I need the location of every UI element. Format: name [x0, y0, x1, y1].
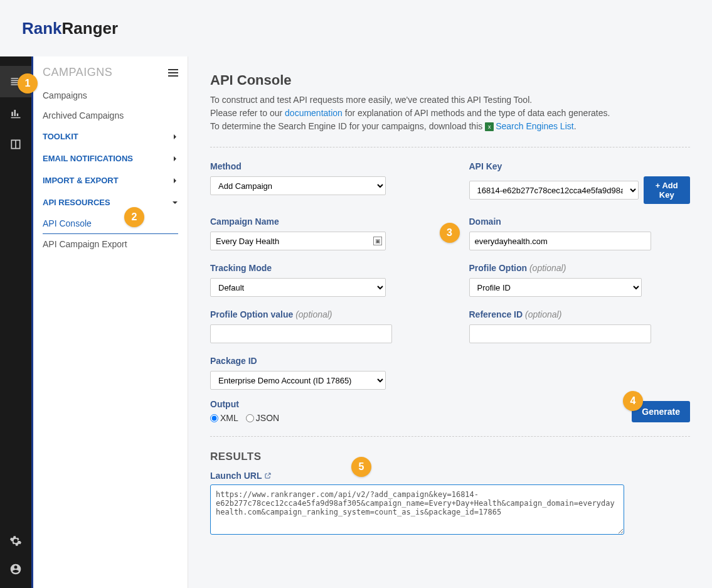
logo-ranger: Ranger	[62, 19, 119, 38]
method-select[interactable]: Add Campaign	[210, 176, 386, 195]
rail-campaigns-icon[interactable]: 1	[0, 66, 31, 97]
method-label: Method	[210, 161, 432, 171]
intro-line-2: Please refer to our documentation for ex…	[210, 107, 690, 120]
reference-id-label: Reference ID (optional)	[469, 309, 691, 319]
sidebar-section-email[interactable]: EMAIL NOTIFICATIONS	[33, 147, 188, 169]
search-engines-link[interactable]: Search Engines List	[496, 121, 574, 131]
sidebar-item-api-console[interactable]: API Console	[43, 213, 178, 234]
domain-input[interactable]	[469, 232, 651, 250]
campaign-name-label: Campaign Name	[210, 216, 432, 227]
sidebar-item-archived[interactable]: Archived Campaigns	[33, 105, 188, 126]
chevron-right-icon	[172, 134, 178, 140]
intro-line-3: To determine the Search Engine ID for yo…	[210, 120, 690, 133]
callout-2: 2	[124, 207, 144, 227]
package-id-select[interactable]: Enterprise Demo Account (ID 17865)	[210, 371, 386, 390]
profile-option-field: Profile Option (optional) Profile ID	[469, 263, 691, 297]
reference-id-input[interactable]	[469, 324, 651, 343]
rail-settings-icon[interactable]	[0, 532, 31, 550]
profile-value-field: Profile Option value (optional)	[210, 309, 432, 343]
profile-option-select[interactable]: Profile ID	[469, 278, 642, 297]
launch-url-label: Launch URL	[210, 471, 690, 481]
apikey-select[interactable]: 16814-e62b277c78cec12cca4e5fa9d98af	[469, 181, 639, 200]
add-key-button[interactable]: + Add Key	[644, 176, 691, 204]
hamburger-icon[interactable]	[168, 69, 178, 77]
method-field: Method Add Campaign	[210, 161, 432, 204]
launch-url-textarea[interactable]	[210, 484, 624, 535]
sidebar-title: CAMPAIGNS	[43, 66, 112, 79]
package-id-label: Package ID	[210, 356, 432, 366]
sidebar: CAMPAIGNS Campaigns Archived Campaigns T…	[31, 56, 188, 588]
page-title: API Console	[210, 72, 690, 88]
icon-rail: 1	[0, 56, 31, 588]
callout-4: 4	[623, 391, 643, 411]
profile-option-label: Profile Option (optional)	[469, 263, 691, 273]
divider-2	[210, 436, 690, 437]
rail-user-icon[interactable]	[0, 560, 31, 579]
campaign-name-field: Campaign Name ▣ 3	[210, 216, 432, 250]
external-link-icon[interactable]	[264, 472, 272, 479]
app-header: RankRanger	[0, 0, 712, 56]
campaign-name-input[interactable]	[210, 232, 386, 250]
results-title: RESULTS	[210, 451, 690, 463]
sidebar-section-email-label: EMAIL NOTIFICATIONS	[43, 154, 133, 163]
sidebar-section-api-label: API RESOURCES	[43, 198, 110, 207]
intro-line-1: To construct and test API requests more …	[210, 94, 690, 107]
autofill-icon: ▣	[373, 237, 382, 245]
domain-field: Domain	[469, 216, 691, 250]
rail-panel-icon[interactable]	[0, 129, 31, 160]
logo-rank: Rank	[22, 19, 62, 38]
profile-value-input[interactable]	[210, 324, 392, 343]
sidebar-section-import-label: IMPORT & EXPORT	[43, 176, 119, 185]
sidebar-section-import[interactable]: IMPORT & EXPORT	[33, 169, 188, 191]
reference-id-field: Reference ID (optional)	[469, 309, 691, 343]
logo: RankRanger	[22, 19, 690, 38]
apikey-field: API Key 16814-e62b277c78cec12cca4e5fa9d9…	[469, 161, 691, 204]
callout-3: 3	[440, 223, 460, 243]
callout-5: 5	[351, 457, 371, 477]
callout-1: 1	[18, 73, 38, 94]
divider	[210, 147, 690, 147]
sidebar-section-toolkit[interactable]: TOOLKIT	[33, 126, 188, 147]
sidebar-section-toolkit-label: TOOLKIT	[43, 132, 78, 141]
chevron-right-icon	[172, 156, 178, 162]
excel-icon: x	[485, 122, 494, 131]
main-content: API Console To construct and test API re…	[188, 56, 712, 588]
sidebar-item-campaigns[interactable]: Campaigns	[33, 85, 188, 105]
sidebar-item-api-export[interactable]: API Campaign Export	[33, 234, 188, 254]
tracking-label: Tracking Mode	[210, 263, 432, 273]
tracking-field: Tracking Mode Default	[210, 263, 432, 297]
package-id-field: Package ID Enterprise Demo Account (ID 1…	[210, 356, 432, 390]
apikey-label: API Key	[469, 161, 691, 171]
tracking-select[interactable]: Default	[210, 278, 386, 297]
sidebar-section-api[interactable]: API RESOURCES	[33, 191, 188, 213]
profile-value-label: Profile Option value (optional)	[210, 309, 432, 319]
chevron-down-icon	[172, 200, 178, 206]
documentation-link[interactable]: documentation	[285, 108, 343, 118]
rail-reports-icon[interactable]	[0, 97, 31, 129]
domain-label: Domain	[469, 216, 691, 227]
intro-text: To construct and test API requests more …	[210, 94, 690, 133]
chevron-right-icon	[172, 178, 178, 184]
